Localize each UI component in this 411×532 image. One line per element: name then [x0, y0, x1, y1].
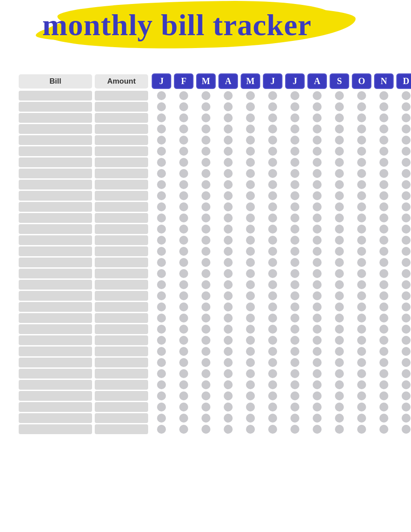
checkbox-dot[interactable] [179, 380, 188, 389]
checkbox-dot[interactable] [224, 214, 233, 222]
checkbox-dot[interactable] [357, 91, 366, 100]
table-row[interactable] [18, 202, 393, 212]
checkbox-dot[interactable] [268, 358, 277, 367]
checkbox-dot[interactable] [379, 269, 388, 278]
checkbox-dot[interactable] [379, 358, 388, 367]
checkbox-dot[interactable] [268, 425, 277, 434]
checkbox-dot[interactable] [179, 102, 188, 111]
checkbox-dot[interactable] [179, 169, 188, 178]
checkbox-dot[interactable] [246, 91, 255, 100]
checkbox-dot[interactable] [379, 425, 388, 434]
table-row[interactable] [18, 424, 393, 434]
checkbox-dot[interactable] [224, 91, 233, 100]
checkbox-dot[interactable] [157, 380, 166, 389]
checkbox-dot[interactable] [357, 391, 366, 400]
cell-bill-6[interactable] [19, 157, 92, 167]
checkbox-dot[interactable] [290, 102, 299, 111]
checkbox-dot[interactable] [246, 391, 255, 400]
checkbox-dot[interactable] [246, 225, 255, 234]
checkbox-dot[interactable] [402, 113, 411, 122]
checkbox-dot[interactable] [402, 391, 411, 400]
checkbox-dot[interactable] [402, 91, 411, 100]
checkbox-dot[interactable] [335, 414, 344, 423]
checkbox-dot[interactable] [224, 325, 233, 334]
checkbox-dot[interactable] [179, 425, 188, 434]
checkbox-dot[interactable] [313, 380, 322, 389]
checkbox-dot[interactable] [335, 258, 344, 267]
checkbox-dot[interactable] [290, 403, 299, 411]
checkbox-dot[interactable] [335, 403, 344, 411]
checkbox-dot[interactable] [179, 125, 188, 133]
cell-bill-15[interactable] [19, 258, 92, 267]
checkbox-dot[interactable] [335, 191, 344, 200]
checkbox-dot[interactable] [246, 258, 255, 267]
checkbox-dot[interactable] [290, 136, 299, 145]
checkbox-dot[interactable] [179, 136, 188, 145]
checkbox-dot[interactable] [290, 125, 299, 133]
checkbox-dot[interactable] [402, 102, 411, 111]
checkbox-dot[interactable] [246, 325, 255, 334]
checkbox-dot[interactable] [179, 280, 188, 289]
table-row[interactable] [18, 246, 393, 256]
checkbox-dot[interactable] [379, 336, 388, 345]
checkbox-dot[interactable] [268, 247, 277, 256]
checkbox-dot[interactable] [379, 214, 388, 222]
cell-bill-11[interactable] [19, 213, 92, 223]
cell-bill-10[interactable] [19, 202, 92, 212]
checkbox-dot[interactable] [157, 302, 166, 311]
checkbox-dot[interactable] [224, 147, 233, 156]
checkbox-dot[interactable] [357, 191, 366, 200]
checkbox-dot[interactable] [246, 358, 255, 367]
checkbox-dot[interactable] [379, 225, 388, 234]
checkbox-dot[interactable] [268, 369, 277, 378]
checkbox-dot[interactable] [313, 425, 322, 434]
checkbox-dot[interactable] [402, 169, 411, 178]
checkbox-dot[interactable] [313, 113, 322, 122]
checkbox-dot[interactable] [290, 269, 299, 278]
cell-amount-24[interactable] [95, 358, 148, 367]
checkbox-dot[interactable] [179, 391, 188, 400]
cell-amount-10[interactable] [95, 202, 148, 212]
checkbox-dot[interactable] [224, 225, 233, 234]
checkbox-dot[interactable] [157, 347, 166, 356]
cell-amount-23[interactable] [95, 347, 148, 356]
checkbox-dot[interactable] [357, 347, 366, 356]
table-row[interactable] [18, 180, 393, 189]
checkbox-dot[interactable] [224, 280, 233, 289]
checkbox-dot[interactable] [157, 125, 166, 133]
cell-bill-21[interactable] [19, 324, 92, 334]
checkbox-dot[interactable] [224, 158, 233, 167]
checkbox-dot[interactable] [201, 258, 210, 267]
checkbox-dot[interactable] [290, 369, 299, 378]
checkbox-dot[interactable] [268, 403, 277, 411]
cell-amount-5[interactable] [95, 146, 148, 156]
checkbox-dot[interactable] [224, 236, 233, 245]
checkbox-dot[interactable] [290, 258, 299, 267]
checkbox-dot[interactable] [268, 347, 277, 356]
checkbox-dot[interactable] [201, 336, 210, 345]
checkbox-dot[interactable] [402, 302, 411, 311]
cell-amount-11[interactable] [95, 213, 148, 223]
checkbox-dot[interactable] [268, 236, 277, 245]
checkbox-dot[interactable] [157, 258, 166, 267]
checkbox-dot[interactable] [246, 380, 255, 389]
checkbox-dot[interactable] [179, 325, 188, 334]
checkbox-dot[interactable] [357, 425, 366, 434]
cell-amount-12[interactable] [95, 224, 148, 234]
cell-bill-12[interactable] [19, 224, 92, 234]
cell-bill-22[interactable] [19, 335, 92, 345]
checkbox-dot[interactable] [224, 380, 233, 389]
checkbox-dot[interactable] [357, 325, 366, 334]
checkbox-dot[interactable] [402, 380, 411, 389]
checkbox-dot[interactable] [290, 214, 299, 222]
checkbox-dot[interactable] [157, 269, 166, 278]
checkbox-dot[interactable] [201, 347, 210, 356]
checkbox-dot[interactable] [201, 247, 210, 256]
checkbox-dot[interactable] [224, 391, 233, 400]
checkbox-dot[interactable] [335, 169, 344, 178]
checkbox-dot[interactable] [290, 158, 299, 167]
checkbox-dot[interactable] [290, 325, 299, 334]
table-row[interactable] [18, 113, 393, 123]
checkbox-dot[interactable] [402, 180, 411, 189]
cell-amount-16[interactable] [95, 269, 148, 278]
